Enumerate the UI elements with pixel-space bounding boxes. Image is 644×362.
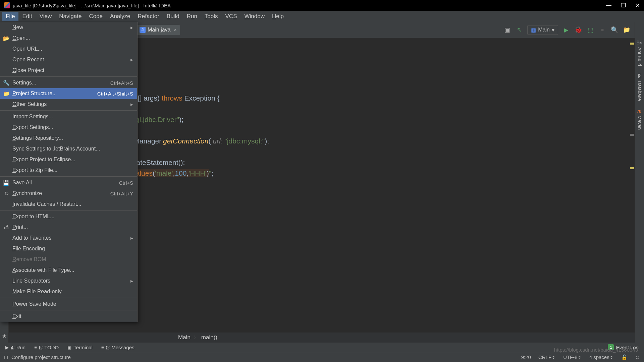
search-icon[interactable]: 🔍 [610, 26, 619, 34]
back-arrow-icon[interactable]: ↖ [515, 26, 523, 34]
menu-item-close-project[interactable]: Close Project [0, 65, 137, 76]
menu-help[interactable]: Help [268, 12, 287, 21]
warning-mark[interactable] [630, 43, 634, 45]
status-bar: ◻ Configure project structure 9:20 CRLF≑… [0, 352, 644, 362]
line-separator[interactable]: CRLF≑ [538, 354, 556, 360]
run-button[interactable]: ▶ [562, 26, 570, 34]
menu-item-synchronize[interactable]: ↻SynchronizeCtrl+Alt+Y [0, 188, 137, 199]
menu-item-invalidate-caches-restart-[interactable]: Invalidate Caches / Restart... [0, 199, 137, 209]
menu-item-associate-with-file-type-[interactable]: Associate with File Type... [0, 265, 137, 276]
menu-item-remove-bom[interactable]: Remove BOM [0, 254, 137, 265]
file-encoding[interactable]: UTF-8≑ [563, 354, 582, 360]
breadcrumb-sep-icon: 〉 [194, 335, 198, 341]
todo-toolwindow[interactable]: ≡6: TODO [34, 345, 59, 350]
window-title: java_file [D:\study2\java_file] - ...\sr… [13, 3, 171, 8]
menu-item-add-to-favorites[interactable]: Add to Favorites▶ [0, 233, 137, 243]
menu-item-exit[interactable]: Exit [0, 311, 137, 322]
menu-window[interactable]: Window [241, 12, 268, 21]
menu-item-open-[interactable]: 📂Open... [0, 33, 137, 44]
java-file-icon: J [140, 27, 146, 33]
stop-button[interactable]: ■ [598, 26, 606, 34]
menu-item-line-separators[interactable]: Line Separators▶ [0, 276, 137, 286]
readonly-lock-icon[interactable]: 🔓 [621, 354, 628, 360]
indent-setting[interactable]: 4 spaces≑ [589, 354, 614, 360]
watermark: https://blog.csdn.net/baidu_41560343 [554, 347, 638, 353]
favorites-star-icon[interactable]: ★ [2, 333, 7, 339]
debug-button[interactable]: 🐞 [574, 26, 582, 34]
menu-navigate[interactable]: Navigate [55, 12, 85, 21]
menu-item-open-url-[interactable]: Open URL... [0, 44, 137, 54]
menu-item-save-all[interactable]: 💾Save AllCtrl+S [0, 177, 137, 188]
menu-item-export-project-to-eclipse-[interactable]: Export Project to Eclipse... [0, 154, 137, 165]
title-bar: java_file [D:\study2\java_file] - ...\sr… [0, 0, 644, 11]
close-button[interactable]: ✕ [635, 2, 640, 9]
coverage-button[interactable]: ⬚ [586, 26, 594, 34]
dropdown-arrow-icon: ▾ [552, 27, 554, 33]
menu-vcs[interactable]: VCS [222, 12, 241, 21]
tab-close-icon[interactable]: × [174, 27, 176, 33]
menu-run[interactable]: Run [183, 12, 201, 21]
menu-code[interactable]: Code [85, 12, 106, 21]
caret-position[interactable]: 9:20 [521, 354, 531, 360]
menu-item-open-recent[interactable]: Open Recent▶ [0, 54, 137, 65]
menu-item-project-structure-[interactable]: 📁Project Structure...Ctrl+Alt+Shift+S [0, 88, 137, 99]
tab-main-java[interactable]: J Main.java × [136, 25, 180, 35]
run-configuration-selector[interactable]: ▦ Main ▾ [527, 25, 558, 35]
run-config-label: Main [538, 27, 550, 33]
hector-icon[interactable]: ☺ [635, 354, 640, 360]
menu-item-make-file-read-only[interactable]: Make File Read-only [0, 286, 137, 297]
status-message: Configure project structure [11, 354, 71, 360]
scrollbar-marks [629, 40, 634, 330]
minimize-button[interactable]: — [606, 2, 611, 9]
menu-analyze[interactable]: Analyze [106, 12, 134, 21]
breadcrumb-method[interactable]: main() [201, 334, 217, 341]
menu-build[interactable]: Build [163, 12, 183, 21]
menu-item-import-settings-[interactable]: Import Settings... [0, 111, 137, 122]
menu-refactor[interactable]: Refactor [134, 12, 163, 21]
menu-item-print-[interactable]: 🖶Print... [0, 222, 137, 233]
run-toolwindow[interactable]: ▶4: Run [5, 345, 25, 350]
menu-item-other-settings[interactable]: Other Settings▶ [0, 99, 137, 110]
menu-item-export-settings-[interactable]: Export Settings... [0, 122, 137, 133]
menu-item-power-save-mode[interactable]: Power Save Mode [0, 299, 137, 309]
menu-file[interactable]: File [2, 12, 18, 21]
menu-item-settings-[interactable]: 🔧Settings...Ctrl+Alt+S [0, 77, 137, 88]
app-icon [4, 2, 10, 8]
menu-item-export-to-html-[interactable]: Export to HTML... [0, 211, 137, 222]
project-pane-icon[interactable]: 📁 [623, 26, 631, 34]
messages-toolwindow[interactable]: ≡0: Messages [101, 345, 135, 350]
maximize-button[interactable]: ❐ [621, 2, 626, 9]
menu-tools[interactable]: Tools [201, 12, 222, 21]
terminal-toolwindow[interactable]: ▣Terminal [67, 345, 93, 350]
menu-item-file-encoding[interactable]: File Encoding [0, 243, 137, 254]
warning-mark[interactable] [630, 167, 634, 169]
ant-build-tool[interactable]: 🐜Ant Build [637, 40, 642, 66]
layout-icon[interactable]: ▣ [503, 26, 511, 34]
status-square-icon[interactable]: ◻ [4, 354, 8, 360]
maven-tool[interactable]: mMaven [637, 108, 642, 130]
file-menu-dropdown: New▶📂Open...Open URL...Open Recent▶Close… [0, 22, 138, 322]
right-tool-strip: 🐜Ant Build 🗄Database mMaven [635, 22, 644, 343]
menu-item-export-to-zip-file-[interactable]: Export to Zip File... [0, 165, 137, 176]
menu-bar: File Edit View Navigate Code Analyze Ref… [0, 11, 644, 22]
menu-edit[interactable]: Edit [18, 12, 36, 21]
menu-view[interactable]: View [36, 12, 56, 21]
menu-item-sync-settings-to-jetbrains-account-[interactable]: Sync Settings to JetBrains Account... [0, 143, 137, 154]
breadcrumb-class[interactable]: Main [178, 334, 191, 341]
bottom-tool-bar: ▶4: Run ≡6: TODO ▣Terminal ≡0: Messages … [0, 343, 644, 352]
database-tool[interactable]: 🗄Database [637, 73, 642, 101]
menu-item-new[interactable]: New▶ [0, 22, 137, 33]
caret-mark [630, 134, 634, 136]
breadcrumb: Main 〉 main() [9, 333, 644, 343]
menu-item-settings-repository-[interactable]: Settings Repository... [0, 133, 137, 143]
tab-label: Main.java [148, 27, 170, 33]
